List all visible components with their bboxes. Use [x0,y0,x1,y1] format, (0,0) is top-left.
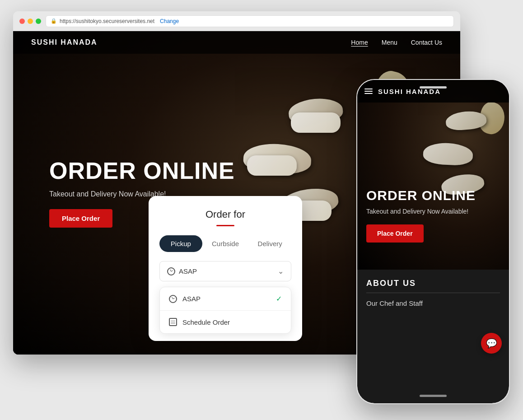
modal-title: Order for [159,209,291,220]
mobile-sushi-piece-2 [423,142,473,166]
dropdown-clock-icon [169,295,177,303]
mobile-hero-title: ORDER ONLINE [366,188,500,203]
mobile-about-title: ABOUT US [366,279,500,288]
desktop-site-header: SUSHI HANADA Home Menu Contact Us [13,31,460,54]
nav-home[interactable]: Home [351,39,368,46]
check-icon: ✓ [276,294,282,303]
sushi-rice-2 [247,155,297,176]
close-button[interactable] [19,19,25,24]
ham-line-2 [364,91,373,92]
lock-icon: 🔒 [51,18,57,24]
chat-icon: 💬 [486,338,497,349]
clock-icon [167,267,175,275]
tab-delivery[interactable]: Delivery [248,235,291,252]
chat-button[interactable]: 💬 [481,333,502,354]
traffic-lights [19,19,41,24]
time-selector[interactable]: ASAP ⌄ [159,261,291,281]
dropdown-asap-label: ASAP [182,295,201,303]
time-dropdown: ASAP ✓ Schedule Order [159,287,291,334]
maximize-button[interactable] [36,19,41,24]
mobile-phone: ORDER ONLINE Takeout and Delivery Now Av… [356,79,510,404]
order-tabs: Pickup Curbside Delivery [159,235,291,252]
mobile-hero: ORDER ONLINE Takeout and Delivery Now Av… [357,80,509,270]
dropdown-schedule-label: Schedule Order [182,318,230,326]
desktop-logo: SUSHI HANADA [31,38,98,47]
desktop-hero-title: ORDER ONLINE [49,158,235,184]
mobile-about-divider [366,293,500,293]
time-selector-content: ASAP [167,267,197,275]
nav-contact[interactable]: Contact Us [411,39,442,46]
url-text: https://sushitokyo.secureserversites.net [60,18,154,24]
order-modal: Order for Pickup Curbside Delivery ASAP … [149,196,302,341]
tab-pickup[interactable]: Pickup [159,235,202,252]
mobile-hero-subtitle: Takeout and Delivery Now Available! [366,207,500,216]
nav-menu[interactable]: Menu [382,39,397,46]
tab-curbside[interactable]: Curbside [204,235,247,252]
sushi-rice-1 [291,112,341,133]
phone-content: ORDER ONLINE Takeout and Delivery Now Av… [357,80,509,403]
desktop-nav: Home Menu Contact Us [351,39,442,46]
dropdown-item-schedule[interactable]: Schedule Order [160,311,291,333]
mobile-about-section: ABOUT US Our Chef and Staff [357,270,509,312]
mobile-logo: SUSHI HANADA [378,88,441,95]
browser-chrome: 🔒 https://sushitokyo.secureserversites.n… [13,11,460,31]
mobile-about-link[interactable]: Our Chef and Staff [366,299,423,307]
mobile-place-order-button[interactable]: Place Order [366,224,424,243]
dropdown-item-asap[interactable]: ASAP ✓ [160,287,291,311]
scene: 🔒 https://sushitokyo.secureserversites.n… [13,11,510,409]
desktop-place-order-button[interactable]: Place Order [49,209,112,228]
hamburger-icon[interactable] [364,89,373,94]
chevron-down-icon: ⌄ [278,267,284,275]
minimize-button[interactable] [28,19,33,24]
mobile-hero-content: ORDER ONLINE Takeout and Delivery Now Av… [366,188,500,243]
calendar-icon [169,318,177,326]
change-link[interactable]: Change [160,18,179,24]
modal-title-underline [216,225,234,226]
time-label: ASAP [179,267,197,275]
ham-line-3 [364,93,373,94]
phone-speaker [420,86,447,89]
mobile-site-header: SUSHI HANADA [357,80,509,103]
home-indicator [420,395,447,397]
address-bar[interactable]: 🔒 https://sushitokyo.secureserversites.n… [46,15,454,27]
ham-line-1 [364,89,373,89]
